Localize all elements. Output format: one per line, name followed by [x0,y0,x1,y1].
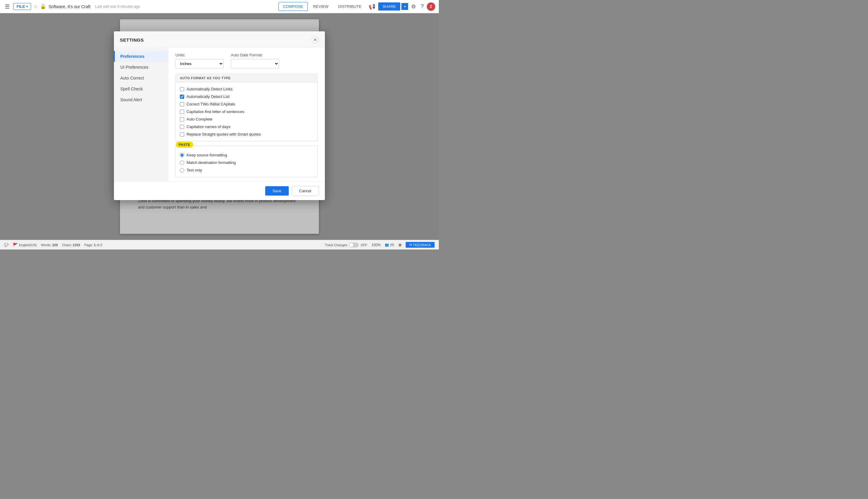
track-changes-state: OFF [360,243,367,247]
share-button[interactable]: SHARE [378,2,400,11]
units-label: Units: [175,53,224,57]
toolbar-left: ☰ FILE ▾ ☆ 🔒 Software. It's our Craft La… [4,2,279,11]
sidebar-item-sound-alert[interactable]: Sound Alert [114,94,168,105]
chars-count: Chars: 1333 [62,243,80,247]
track-changes-area: Track Changes OFF [325,243,367,247]
dialog-sidebar: Preferences UI Preferences Auto Correct … [114,47,168,181]
radio-text-only-input[interactable] [180,168,184,172]
settings-dialog: SETTINGS ✕ Preferences UI Preferences Au… [114,31,325,200]
checkbox-detect-list-input[interactable] [180,95,184,99]
dialog-overlay: SETTINGS ✕ Preferences UI Preferences Au… [0,13,439,240]
sidebar-item-auto-correct[interactable]: Auto Correct [114,73,168,84]
users-count: 👥 (0) [385,243,394,247]
checkbox-capitalize-days-input[interactable] [180,125,184,129]
checkbox-smart-quotes-input[interactable] [180,132,184,136]
sidebar-item-ui-preferences[interactable]: UI Preferences [114,62,168,73]
units-field: Units: Inches Centimeters Points [175,53,224,69]
statusbar: 💬 🚩 English(US) Words: 229 Chars: 1333 P… [0,240,439,250]
page-current: 1 [94,243,96,247]
radio-text-only[interactable]: Text only [180,166,313,174]
dialog-header: SETTINGS ✕ [114,31,325,47]
help-icon[interactable]: ? [419,2,426,11]
hamburger-icon[interactable]: ☰ [4,2,11,11]
save-button[interactable]: Save [265,186,289,196]
autoformat-section: AUTO FORMAT AS YOU TYPE Automatically De… [175,74,318,141]
cancel-button[interactable]: Cancel [292,186,319,196]
checkbox-detect-list-label: Automatically Detect List [186,94,229,99]
checkbox-smart-quotes[interactable]: Replace Straight quotes with Smart quote… [180,131,313,138]
feedback-button[interactable]: ✉ FEEDBACK [406,242,435,248]
auto-date-field: Auto Date Format: [231,53,279,69]
words-value: 229 [52,243,58,247]
track-changes-label: Track Changes [325,243,347,247]
feedback-icon: ✉ [409,243,412,247]
language-flag-icon: 🚩 [13,243,18,247]
chars-value: 1333 [73,243,80,247]
radio-match-dest[interactable]: Match destination formatting [180,159,313,166]
tab-review[interactable]: REVIEW [309,2,333,11]
feedback-label: FEEDBACK [413,243,431,247]
file-button[interactable]: FILE ▾ [13,3,31,10]
sidebar-item-spell-check[interactable]: Spell Check [114,84,168,94]
track-changes-toggle[interactable] [349,243,359,247]
checkbox-auto-complete-input[interactable] [180,117,184,121]
settings-top-row: Units: Inches Centimeters Points Auto Da… [175,53,318,69]
checkbox-capitalize-sentences[interactable]: Capitalize first letter of sentences [180,108,313,115]
checkbox-smart-quotes-label: Replace Straight quotes with Smart quote… [186,132,261,136]
paste-badge: PASTE [176,142,193,148]
statusbar-right: Track Changes OFF 100% 👥 (0) ▦ ✉ FEEDBAC… [325,242,435,248]
zoom-level: 100% [371,243,381,247]
auto-date-select[interactable] [231,59,279,69]
page-count: Page: 1 of 2 [84,243,102,247]
page-of: of 2 [97,243,102,247]
checkbox-detect-list[interactable]: Automatically Detect List [180,93,313,100]
statusbar-left: 💬 🚩 English(US) Words: 229 Chars: 1333 P… [4,243,319,247]
checkbox-capitalize-sentences-label: Capitalize first letter of sentences [186,109,244,114]
autoformat-body: Automatically Detect Links Automatically… [176,82,317,141]
users-icon: 👥 [385,243,389,246]
dialog-body: Preferences UI Preferences Auto Correct … [114,47,325,181]
checkbox-detect-links[interactable]: Automatically Detect Links [180,85,313,93]
file-arrow-icon: ▾ [26,5,28,8]
checkbox-capitalize-sentences-input[interactable] [180,110,184,114]
toolbar: ☰ FILE ▾ ☆ 🔒 Software. It's our Craft La… [0,0,439,13]
checkbox-auto-complete[interactable]: Auto Complete [180,115,313,123]
tab-distribute[interactable]: DISTRIBUTE [334,2,366,11]
checkbox-correct-capitals[interactable]: Correct TWo INitial CApitals [180,100,313,108]
language-label: English(US) [19,243,37,247]
checkbox-detect-links-label: Automatically Detect Links [186,87,232,91]
radio-keep-source-input[interactable] [180,153,184,157]
checkbox-correct-capitals-input[interactable] [180,102,184,106]
main-area: A Focus on What Matters Zoho is committe… [0,13,439,240]
dialog-main-content: Units: Inches Centimeters Points Auto Da… [168,47,325,181]
checkbox-detect-links-input[interactable] [180,87,184,91]
auto-date-label: Auto Date Format: [231,53,279,57]
dialog-title: SETTINGS [120,37,144,42]
settings-icon[interactable]: ⚙ [409,2,418,11]
autoformat-header: AUTO FORMAT AS YOU TYPE [176,74,317,82]
radio-match-dest-input[interactable] [180,161,184,165]
units-select[interactable]: Inches Centimeters Points [175,59,224,69]
radio-match-dest-label: Match destination formatting [186,160,236,165]
last-edit: Last edit was 9 minutes ago [95,4,140,9]
checkbox-capitalize-days-label: Capitalize names of days [186,124,230,129]
language-badge[interactable]: 🚩 English(US) [13,243,37,247]
avatar[interactable]: Z [427,2,435,11]
share-dropdown-arrow[interactable]: ▾ [402,3,408,10]
radio-keep-source-label: Keep source formatting [186,153,227,157]
chat-icon[interactable]: 💬 [4,243,9,247]
notification-icon[interactable]: 📢 [367,2,377,11]
star-icon[interactable]: ☆ [34,4,38,9]
grid-view-icon[interactable]: ▦ [399,243,402,247]
paste-body: Keep source formatting Match destination… [176,146,317,177]
toolbar-right: COMPOSE REVIEW DISTRIBUTE 📢 SHARE ▾ ⚙ ? … [279,2,435,11]
sidebar-item-preferences[interactable]: Preferences [114,51,168,62]
dialog-footer: Save Cancel [114,181,325,200]
radio-keep-source[interactable]: Keep source formatting [180,151,313,159]
words-count: Words: 229 [41,243,58,247]
tab-compose[interactable]: COMPOSE [279,2,307,11]
file-label: FILE [16,4,25,9]
checkbox-capitalize-days[interactable]: Capitalize names of days [180,123,313,131]
dialog-close-button[interactable]: ✕ [311,36,319,44]
doc-title: Software. It's our Craft [49,4,90,9]
